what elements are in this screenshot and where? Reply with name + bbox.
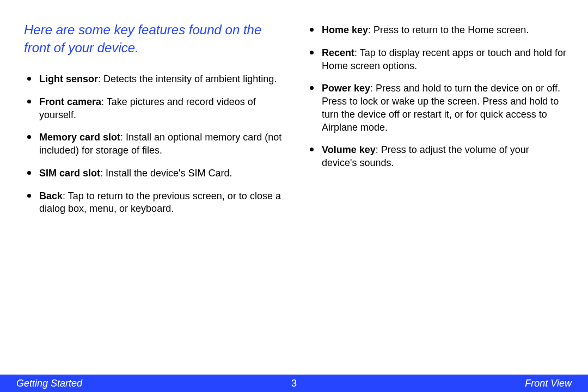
list-item: Recent: Tap to display recent apps or to… [307, 47, 566, 73]
feature-term: Front camera [39, 96, 101, 107]
feature-list-right: Home key: Press to return to the Home sc… [307, 24, 566, 170]
footer-subsection-title: Front View [525, 378, 572, 389]
page-footer: Getting Started 3 Front View [0, 375, 588, 392]
list-item: Home key: Press to return to the Home sc… [307, 24, 566, 37]
list-item: Power key: Press and hold to turn the de… [307, 82, 566, 134]
feature-desc: : Tap to display recent apps or touch an… [322, 47, 566, 71]
feature-desc: : Press to return to the Home screen. [368, 24, 529, 35]
feature-list-left: Light sensor: Detects the intensity of a… [24, 73, 284, 216]
intro-heading: Here are some key features found on the … [24, 21, 284, 57]
feature-term: Recent [322, 47, 354, 58]
right-column: Home key: Press to return to the Home sc… [307, 21, 566, 225]
feature-desc: : Detects the intensity of ambient light… [98, 74, 277, 84]
feature-term: Volume key [322, 144, 376, 155]
list-item: Back: Tap to return to the previous scre… [24, 190, 284, 216]
list-item: Light sensor: Detects the intensity of a… [24, 73, 284, 86]
feature-term: Light sensor [39, 74, 98, 84]
feature-desc: : Tap to return to the previous screen, … [39, 191, 281, 215]
feature-term: Back [39, 191, 63, 201]
list-item: Volume key: Press to adjust the volume o… [307, 144, 566, 170]
list-item: Memory card slot: Install an optional me… [24, 131, 284, 157]
feature-term: SIM card slot [39, 168, 100, 179]
list-item: SIM card slot: Install the device's SIM … [24, 167, 284, 180]
feature-term: Memory card slot [39, 132, 120, 143]
page-content: Here are some key features found on the … [0, 0, 588, 225]
footer-section-title: Getting Started [16, 378, 82, 389]
footer-page-number: 3 [291, 378, 297, 389]
feature-term: Home key [322, 24, 368, 35]
left-column: Here are some key features found on the … [24, 21, 284, 225]
list-item: Front camera: Take pictures and record v… [24, 96, 284, 122]
feature-desc: : Install the device's SIM Card. [100, 168, 232, 179]
feature-term: Power key [322, 83, 370, 94]
